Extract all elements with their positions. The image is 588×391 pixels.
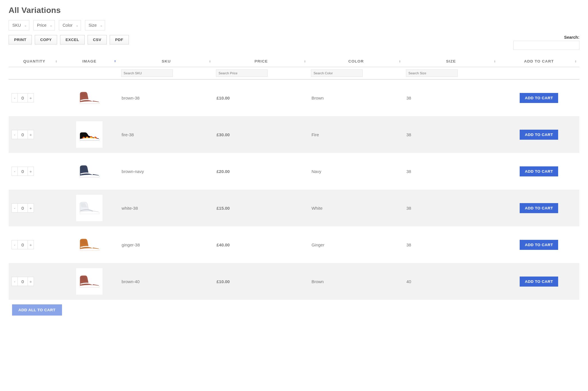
chevron-down-icon: ⌄ [24,24,27,27]
add-to-cart-button[interactable]: ADD TO CART [520,277,558,287]
color-cell: White [309,190,404,226]
qty-decrement-button[interactable]: - [11,93,18,102]
excel-button[interactable]: EXCEL [60,35,85,44]
color-cell: Ginger [309,226,404,263]
sort-icon: ▲▼ [575,60,577,63]
variations-table: Quantity▲▼ Image▲▼ SKU▲▼ Price▲▼ Color▲▼… [9,56,579,300]
sort-icon: ▲▼ [209,60,211,63]
qty-input[interactable] [18,167,28,176]
quantity-stepper: - + [11,130,34,139]
price-cell: £20.00 [214,153,309,190]
pdf-button[interactable]: PDF [110,35,129,44]
col-image[interactable]: Image▲▼ [60,56,119,67]
table-row: - + brown-navy £20.00 Navy 38 ADD TO CAR… [9,153,579,190]
add-to-cart-button[interactable]: ADD TO CART [520,240,558,250]
product-image [76,232,102,258]
price-cell: £10.00 [214,263,309,300]
print-button[interactable]: PRINT [9,35,32,44]
qty-input[interactable] [18,93,28,102]
export-buttons: PRINT COPY EXCEL CSV PDF [9,35,129,44]
color-cell: Fire [309,116,404,153]
sku-cell: brown-40 [119,263,214,300]
filter-input-size[interactable] [406,69,458,77]
size-cell: 40 [404,263,499,300]
table-row: - + brown-38 £10.00 Brown 38 ADD TO CART [9,79,579,116]
add-all-to-cart-button[interactable]: ADD ALL TO CART [12,304,62,316]
sort-icon: ▲▼ [114,60,117,63]
qty-increment-button[interactable]: + [28,277,34,286]
table-row: - + brown-40 £10.00 Brown 40 ADD TO CART [9,263,579,300]
qty-decrement-button[interactable]: - [11,240,18,249]
size-cell: 38 [404,116,499,153]
csv-button[interactable]: CSV [88,35,107,44]
copy-button[interactable]: COPY [35,35,57,44]
qty-decrement-button[interactable]: - [11,167,18,176]
quantity-stepper: - + [11,203,34,213]
price-cell: £15.00 [214,190,309,226]
qty-input[interactable] [18,240,28,249]
filter-input-price[interactable] [216,69,268,77]
product-image [76,158,102,184]
qty-decrement-button[interactable]: - [11,277,18,286]
qty-increment-button[interactable]: + [28,240,34,249]
table-row: - + ginger-38 £40.00 Ginger 38 ADD TO CA… [9,226,579,263]
chevron-down-icon: ⌄ [76,24,78,27]
col-sku[interactable]: SKU▲▼ [119,56,214,67]
col-quantity[interactable]: Quantity▲▼ [9,56,60,67]
sku-cell: brown-38 [119,79,214,116]
add-to-cart-button[interactable]: ADD TO CART [520,93,558,103]
sort-icon: ▲▼ [304,60,306,63]
filters-row: SKU⌄ Price⌄ Color⌄ Size⌄ [9,20,579,30]
price-cell: £40.00 [214,226,309,263]
quantity-stepper: - + [11,93,34,102]
table-row: - + white-38 £15.00 White 38 ADD TO CART [9,190,579,226]
quantity-stepper: - + [11,277,34,286]
table-row: - + fire-38 £30.00 Fire 38 ADD TO CART [9,116,579,153]
size-cell: 38 [404,190,499,226]
color-cell: Brown [309,79,404,116]
sort-icon: ▲▼ [399,60,401,63]
qty-increment-button[interactable]: + [28,203,34,213]
search-input[interactable] [513,41,579,50]
col-price[interactable]: Price▲▼ [214,56,309,67]
qty-decrement-button[interactable]: - [11,130,18,139]
filter-price[interactable]: Price⌄ [33,20,55,30]
filter-input-color[interactable] [311,69,363,77]
page-title: All Variations [9,6,579,15]
qty-increment-button[interactable]: + [28,130,34,139]
price-cell: £30.00 [214,116,309,153]
sku-cell: white-38 [119,190,214,226]
sku-cell: brown-navy [119,153,214,190]
qty-input[interactable] [18,130,28,139]
qty-increment-button[interactable]: + [28,93,34,102]
col-color[interactable]: Color▲▼ [309,56,404,67]
qty-increment-button[interactable]: + [28,167,34,176]
filter-size[interactable]: Size⌄ [85,20,105,30]
filter-color[interactable]: Color⌄ [59,20,81,30]
sort-icon: ▲▼ [494,60,496,63]
search-label: Search: [513,35,579,40]
size-cell: 38 [404,79,499,116]
qty-input[interactable] [18,277,28,286]
color-cell: Brown [309,263,404,300]
col-add-to-cart[interactable]: Add To Cart▲▼ [498,56,579,67]
quantity-stepper: - + [11,240,34,249]
sort-icon: ▲▼ [55,60,58,63]
filter-input-sku[interactable] [121,69,173,77]
color-cell: Navy [309,153,404,190]
sku-cell: ginger-38 [119,226,214,263]
add-to-cart-button[interactable]: ADD TO CART [520,130,558,140]
filter-sku[interactable]: SKU⌄ [9,20,29,30]
col-size[interactable]: Size▲▼ [404,56,499,67]
quantity-stepper: - + [11,167,34,176]
add-to-cart-button[interactable]: ADD TO CART [520,203,558,213]
size-cell: 38 [404,153,499,190]
product-image [76,85,102,111]
qty-decrement-button[interactable]: - [11,203,18,213]
product-image [76,121,102,148]
qty-input[interactable] [18,203,28,213]
add-to-cart-button[interactable]: ADD TO CART [520,166,558,176]
search-area: Search: [513,35,579,50]
price-cell: £10.00 [214,79,309,116]
chevron-down-icon: ⌄ [50,24,52,27]
